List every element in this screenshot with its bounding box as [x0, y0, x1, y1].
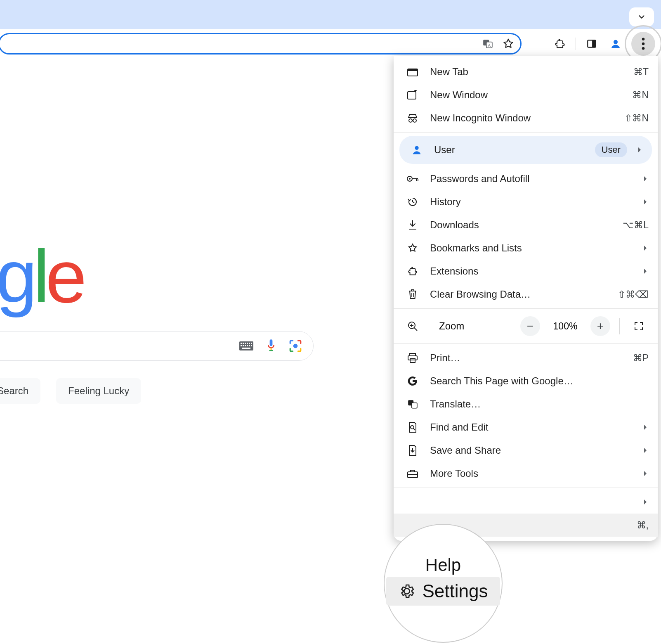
translate-icon	[404, 399, 421, 410]
menu-new-window[interactable]: New Window ⌘N	[394, 83, 658, 107]
print-icon	[404, 353, 421, 363]
svg-point-32	[409, 119, 412, 122]
svg-rect-10	[241, 343, 242, 344]
menu-label: Translate…	[430, 398, 649, 410]
menu-clear-browsing-data[interactable]: Clear Browsing Data… ⇧⌘⌫	[394, 283, 658, 306]
menu-history[interactable]: History	[394, 190, 658, 213]
svg-rect-17	[243, 345, 244, 346]
voice-search-icon[interactable]	[265, 339, 277, 353]
menu-label: More Tools	[430, 468, 635, 479]
menu-label: Extensions	[430, 265, 635, 277]
menu-separator	[394, 132, 658, 133]
svg-rect-4	[592, 40, 596, 47]
shortcut-text: ⇧⌘⌫	[618, 289, 649, 300]
callout-settings-label: Settings	[423, 582, 488, 601]
lens-search-icon[interactable]	[288, 339, 302, 353]
menu-print[interactable]: Print… ⌘P	[394, 346, 658, 369]
shortcut-text: ⇧⌘N	[624, 113, 649, 124]
bookmark-star-icon	[404, 243, 421, 253]
submenu-arrow-icon	[642, 470, 649, 477]
svg-rect-16	[241, 345, 242, 346]
menu-label: User	[434, 144, 595, 156]
menu-more-tools[interactable]: More Tools	[394, 462, 658, 485]
shortcut-text: ⌘N	[632, 90, 649, 101]
keyboard-icon[interactable]	[239, 341, 254, 351]
menu-separator	[394, 488, 658, 488]
toolbox-icon	[404, 469, 421, 478]
callout-help-label: Help	[425, 556, 461, 574]
svg-point-6	[642, 38, 645, 41]
menu-label: History	[430, 196, 635, 208]
tab-search-dropdown[interactable]	[629, 7, 654, 26]
svg-point-37	[409, 178, 411, 180]
menu-search-this-page[interactable]: Search This Page with Google…	[394, 369, 658, 393]
trash-icon	[404, 289, 421, 300]
svg-point-5	[614, 40, 618, 44]
user-badge: User	[595, 142, 627, 157]
zoom-label: Zoom	[439, 320, 511, 332]
menu-help[interactable]: Help	[394, 490, 658, 514]
shortcut-text: ⌘,	[637, 520, 649, 531]
address-bar[interactable]: A	[0, 33, 522, 54]
svg-rect-20	[249, 345, 250, 346]
zoom-value: 100%	[549, 321, 581, 332]
separator	[576, 38, 576, 50]
fullscreen-button[interactable]	[629, 316, 649, 336]
menu-save-share[interactable]: Save and Share	[394, 439, 658, 462]
profile-avatar-icon[interactable]	[607, 36, 624, 52]
svg-text:A: A	[488, 43, 491, 47]
svg-line-45	[414, 328, 417, 331]
translate-icon[interactable]: A	[482, 38, 494, 50]
svg-point-8	[642, 47, 645, 50]
page-content: Google Google Search Feeling Lucky New T…	[0, 56, 661, 644]
menu-separator	[394, 308, 658, 309]
svg-rect-29	[408, 92, 416, 99]
find-in-page-icon	[404, 421, 421, 433]
submenu-arrow-icon	[642, 447, 649, 454]
menu-downloads[interactable]: Downloads ⌥⌘L	[394, 213, 658, 237]
more-vertical-icon	[641, 38, 645, 50]
menu-zoom-row: Zoom − 100% +	[394, 311, 658, 341]
svg-rect-12	[245, 343, 246, 344]
svg-rect-49	[408, 356, 417, 360]
more-menu-button[interactable]	[631, 32, 655, 56]
google-search-button[interactable]: Google Search	[0, 378, 40, 404]
submenu-arrow-icon	[642, 499, 649, 505]
svg-rect-14	[249, 343, 250, 344]
menu-bookmarks[interactable]: Bookmarks and Lists	[394, 237, 658, 260]
menu-label: New Tab	[430, 66, 633, 78]
extensions-icon[interactable]	[552, 36, 568, 52]
menu-separator	[394, 343, 658, 344]
menu-new-tab[interactable]: New Tab ⌘T	[394, 60, 658, 83]
feeling-lucky-button[interactable]: Feeling Lucky	[56, 378, 141, 404]
zoom-in-button[interactable]: +	[590, 316, 610, 336]
submenu-arrow-icon	[642, 175, 649, 182]
zoom-out-button[interactable]: −	[520, 316, 540, 336]
menu-extensions[interactable]: Extensions	[394, 260, 658, 283]
submenu-arrow-icon	[642, 424, 649, 431]
chrome-main-menu: New Tab ⌘T New Window ⌘N New Incognito W…	[394, 56, 658, 541]
google-search-input[interactable]	[0, 331, 314, 361]
svg-rect-21	[251, 345, 252, 346]
svg-point-26	[293, 344, 298, 348]
menu-find-edit[interactable]: Find and Edit	[394, 416, 658, 439]
menu-settings[interactable]: Settings ⌘,	[394, 514, 658, 537]
menu-passwords-autofill[interactable]: Passwords and Autofill	[394, 167, 658, 190]
menu-new-incognito[interactable]: New Incognito Window ⇧⌘N	[394, 107, 658, 130]
svg-rect-11	[243, 343, 244, 344]
svg-point-33	[413, 119, 416, 122]
svg-rect-19	[247, 345, 248, 346]
gear-icon	[399, 583, 415, 599]
tutorial-settings-callout: Help Settings	[384, 524, 503, 643]
puzzle-icon	[404, 266, 421, 277]
submenu-arrow-icon	[642, 199, 649, 205]
menu-translate[interactable]: Translate…	[394, 393, 658, 416]
bookmark-star-icon[interactable]	[502, 38, 515, 50]
callout-settings-row: Settings	[386, 577, 500, 606]
side-panel-icon[interactable]	[583, 36, 600, 52]
user-icon	[408, 144, 425, 156]
key-icon	[404, 175, 421, 182]
shortcut-text: ⌥⌘L	[623, 220, 649, 231]
chevron-down-icon	[637, 12, 646, 21]
menu-user-profile[interactable]: User User	[399, 136, 652, 164]
